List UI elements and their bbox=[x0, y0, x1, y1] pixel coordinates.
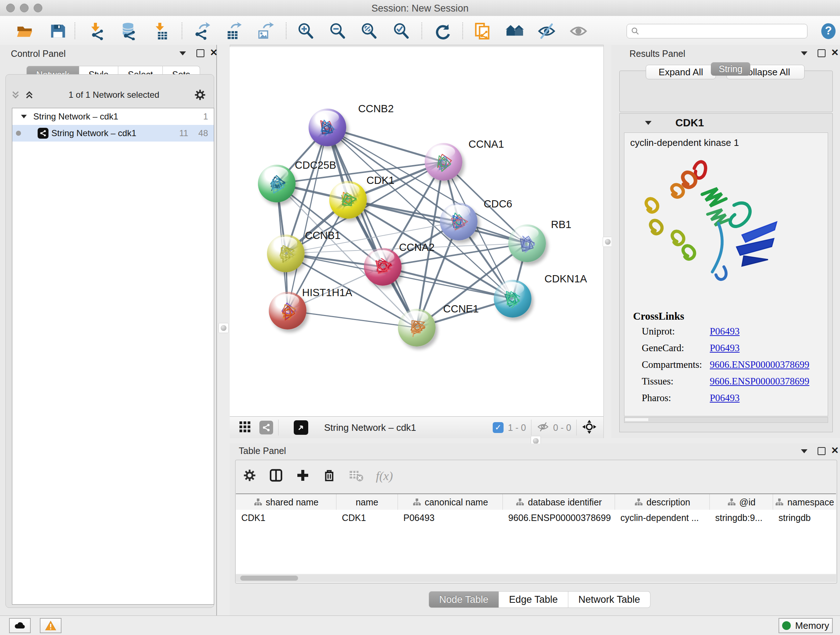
network-collection-row[interactable]: String Network – cdk1 1 bbox=[12, 108, 214, 125]
panel-menu-icon[interactable] bbox=[801, 449, 807, 453]
panel-float-icon[interactable] bbox=[196, 49, 204, 57]
expand-all-chevron-icon[interactable] bbox=[25, 90, 34, 100]
export-table-icon[interactable] bbox=[224, 21, 244, 41]
crosslink-row: Tissues:9606.ENSP00000378699 bbox=[642, 376, 823, 393]
first-neighbors-icon[interactable] bbox=[505, 21, 525, 41]
cell-name[interactable]: CDK1 bbox=[336, 510, 398, 526]
expand-all-button[interactable]: Expand All bbox=[646, 65, 716, 79]
hierarchy-icon bbox=[515, 498, 524, 507]
create-column-icon[interactable] bbox=[295, 468, 310, 484]
network-node-cdk1[interactable] bbox=[329, 181, 367, 219]
entry-collapse-icon[interactable] bbox=[645, 121, 652, 125]
export-network-icon[interactable] bbox=[192, 21, 212, 41]
results-panel-title: Results Panel bbox=[630, 49, 685, 59]
collapse-all-chevron-icon[interactable] bbox=[11, 90, 20, 100]
panel-menu-icon[interactable] bbox=[180, 51, 186, 55]
tab-edge-table[interactable]: Edge Table bbox=[499, 591, 568, 608]
network-node-cdc25b[interactable] bbox=[258, 165, 295, 203]
cell-database-identifier[interactable]: 9606.ENSP00000378699 bbox=[503, 510, 615, 526]
tab-string[interactable]: String bbox=[711, 62, 750, 76]
collection-label: String Network – cdk1 bbox=[33, 111, 118, 122]
crosslink-genecard-link[interactable]: P06493 bbox=[710, 342, 740, 354]
import-table-file-icon[interactable] bbox=[152, 21, 172, 41]
network-node-hist1h1a[interactable] bbox=[269, 292, 306, 329]
cloud-status-button[interactable] bbox=[9, 618, 31, 633]
show-all-icon[interactable] bbox=[568, 21, 589, 41]
crosslink-tissues-link[interactable]: 9606.ENSP00000378699 bbox=[710, 376, 809, 387]
zoom-in-icon[interactable] bbox=[296, 21, 316, 41]
column-header-shared-name[interactable]: shared name bbox=[236, 494, 336, 510]
entry-header[interactable]: CDK1 bbox=[620, 114, 832, 132]
tab-network-table[interactable]: Network Table bbox=[568, 591, 651, 608]
network-node-ccna2[interactable] bbox=[364, 248, 401, 286]
hidden-count-eye-icon bbox=[537, 420, 549, 435]
warning-status-button[interactable] bbox=[40, 618, 62, 633]
right-splitter[interactable] bbox=[603, 45, 612, 438]
zoom-selected-icon[interactable] bbox=[392, 21, 412, 41]
network-node-cdkn1a[interactable] bbox=[494, 280, 531, 318]
crosslink-compartments-link[interactable]: 9606.ENSP00000378699 bbox=[710, 359, 809, 371]
network-node-ccne1[interactable] bbox=[398, 309, 436, 347]
column-header-namespace[interactable]: namespace bbox=[773, 494, 836, 510]
network-node-ccna1[interactable] bbox=[425, 143, 462, 181]
apply-layout-icon[interactable] bbox=[432, 21, 453, 41]
network-node-cdc6[interactable] bbox=[440, 203, 477, 241]
left-splitter-handle[interactable] bbox=[218, 323, 229, 333]
export-image-icon[interactable] bbox=[255, 21, 275, 41]
network-options-gear-icon[interactable] bbox=[194, 89, 206, 101]
left-splitter[interactable] bbox=[217, 45, 230, 616]
save-session-icon[interactable] bbox=[48, 21, 68, 41]
results-scrollbar[interactable] bbox=[624, 417, 828, 423]
cell-shared-name[interactable]: CDK1 bbox=[236, 510, 336, 526]
fit-content-icon[interactable] bbox=[359, 21, 379, 41]
panel-close-icon[interactable]: ✕ bbox=[831, 447, 839, 454]
selected-counts: 1 - 0 bbox=[508, 423, 526, 433]
grid-view-icon[interactable] bbox=[238, 420, 251, 435]
window-titlebar: Session: New Session bbox=[0, 0, 840, 16]
column-header-database-identifier[interactable]: database identifier bbox=[503, 494, 615, 510]
hide-selected-icon[interactable] bbox=[537, 21, 557, 41]
cell-description[interactable]: cyclin-dependent ... bbox=[615, 510, 710, 526]
network-node-ccnb1[interactable] bbox=[267, 234, 305, 272]
crosslink-pharos-link[interactable]: P06493 bbox=[710, 393, 740, 404]
network-view[interactable]: CCNB2CCNA1CDC25BCDK1CDC6RB1CCNB1CCNA2CDK… bbox=[230, 47, 603, 416]
zoom-out-icon[interactable] bbox=[328, 21, 348, 41]
panel-menu-icon[interactable] bbox=[801, 51, 807, 55]
network-node-ccnb2[interactable] bbox=[309, 109, 346, 146]
panel-float-icon[interactable] bbox=[818, 49, 826, 57]
tab-node-table[interactable]: Node Table bbox=[429, 591, 499, 608]
column-header-description[interactable]: description bbox=[615, 494, 710, 510]
network-row[interactable]: String Network – cdk1 11 48 bbox=[12, 125, 214, 141]
selected-count-checkbox-icon[interactable]: ✓ bbox=[493, 422, 504, 433]
column-header-canonical-name[interactable]: canonical name bbox=[398, 494, 503, 510]
panel-float-icon[interactable] bbox=[818, 447, 826, 455]
birds-eye-view-icon[interactable] bbox=[582, 419, 597, 436]
panel-close-icon[interactable]: ✕ bbox=[831, 49, 839, 56]
cell-namespace[interactable]: stringdb bbox=[773, 510, 836, 526]
delete-column-icon[interactable] bbox=[322, 469, 336, 484]
new-network-from-selection-icon[interactable] bbox=[472, 21, 493, 41]
crosslink-uniprot-link[interactable]: P06493 bbox=[710, 326, 740, 337]
table-toolbar: f(x) bbox=[243, 464, 393, 488]
table-options-gear-icon[interactable] bbox=[243, 469, 256, 484]
column-header-id[interactable]: @id bbox=[710, 494, 773, 510]
table-row[interactable]: CDK1 CDK1 P06493 9606.ENSP00000378699 cy… bbox=[236, 510, 836, 526]
bottom-splitter[interactable] bbox=[230, 438, 840, 443]
table-horizontal-scrollbar[interactable] bbox=[236, 575, 836, 582]
import-network-database-icon[interactable] bbox=[118, 21, 139, 41]
network-node-rb1[interactable] bbox=[508, 225, 546, 262]
import-network-file-icon[interactable] bbox=[88, 21, 108, 41]
column-header-name[interactable]: name bbox=[336, 494, 398, 510]
collection-expand-icon[interactable] bbox=[21, 115, 27, 119]
network-view-type-icon[interactable] bbox=[259, 421, 273, 434]
search-input[interactable] bbox=[640, 26, 801, 36]
table-panel-title: Table Panel bbox=[239, 446, 286, 456]
cell-id[interactable]: stringdb:9... bbox=[710, 510, 773, 526]
detach-view-icon[interactable] bbox=[294, 420, 308, 435]
show-columns-icon[interactable] bbox=[269, 468, 283, 484]
toolbar-separator bbox=[462, 22, 463, 39]
open-session-icon[interactable] bbox=[14, 21, 35, 41]
cell-canonical-name[interactable]: P06493 bbox=[398, 510, 503, 526]
help-icon[interactable]: ? bbox=[818, 21, 838, 41]
memory-button[interactable]: Memory bbox=[778, 618, 833, 633]
